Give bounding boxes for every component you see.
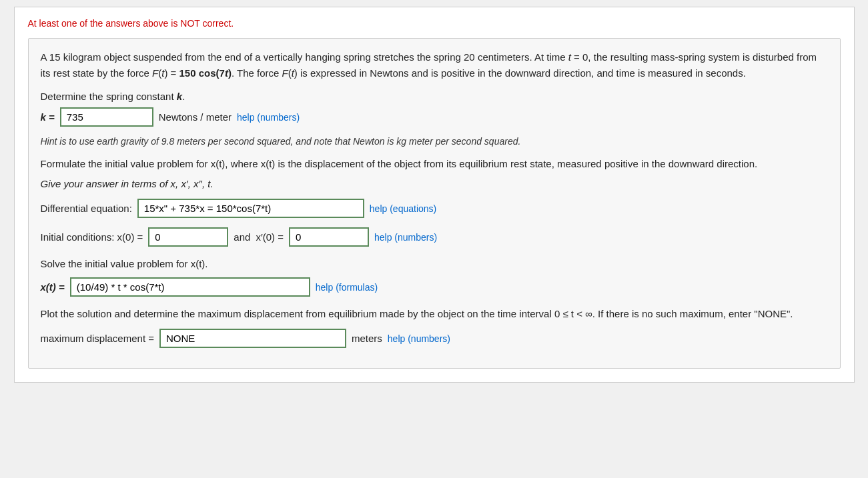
problem-box: A 15 kilogram object suspended from the … — [28, 38, 841, 369]
error-message: At least one of the answers above is NOT… — [28, 18, 841, 29]
diff-eq-input[interactable] — [137, 199, 364, 218]
ic-label: Initial conditions: x(0) = — [41, 231, 143, 243]
diff-eq-label: Differential equation: — [41, 203, 132, 214]
max-displacement-help[interactable]: help (numbers) — [388, 333, 450, 344]
main-container: At least one of the answers above is NOT… — [14, 7, 855, 383]
spring-constant-label: Determine the spring constant k. — [41, 91, 828, 102]
xt-help[interactable]: help (formulas) — [316, 282, 378, 293]
solution-row: x(t) = help (formulas) — [41, 277, 828, 297]
ic-xp0-input[interactable] — [289, 227, 369, 247]
spring-constant-unit: Newtons / meter — [159, 111, 232, 123]
max-displacement-input[interactable] — [159, 329, 346, 348]
max-displacement-label: maximum displacement = — [41, 333, 154, 344]
spring-constant-input[interactable] — [60, 107, 153, 127]
spring-constant-row: k = Newtons / meter help (numbers) — [41, 107, 828, 127]
solve-intro: Solve the initial value problem for x(t)… — [41, 256, 828, 272]
initial-conditions-row: Initial conditions: x(0) = and x′(0) = h… — [41, 227, 828, 247]
ivp-intro: Formulate the initial value problem for … — [41, 156, 828, 172]
ic-help[interactable]: help (numbers) — [374, 232, 437, 243]
ivp-terms: Give your answer in terms of x, x′, x″, … — [41, 176, 828, 192]
k-equals-label: k = — [41, 111, 55, 123]
diff-eq-row: Differential equation: help (equations) — [41, 199, 828, 218]
hint-text: Hint is to use earth gravity of 9.8 mete… — [41, 136, 828, 147]
ic-x0-input[interactable] — [148, 227, 228, 247]
problem-statement: A 15 kilogram object suspended from the … — [41, 49, 828, 81]
spring-constant-help[interactable]: help (numbers) — [237, 112, 300, 123]
ic-xp0-label: x′(0) = — [256, 231, 284, 243]
max-displacement-unit: meters — [352, 333, 382, 344]
diff-eq-help[interactable]: help (equations) — [370, 203, 436, 214]
plot-intro: Plot the solution and determine the maxi… — [41, 306, 828, 322]
xt-label: x(t) = — [41, 281, 65, 293]
xt-input[interactable] — [70, 277, 310, 297]
ic-and: and — [234, 231, 250, 243]
max-displacement-row: maximum displacement = meters help (numb… — [41, 329, 828, 348]
